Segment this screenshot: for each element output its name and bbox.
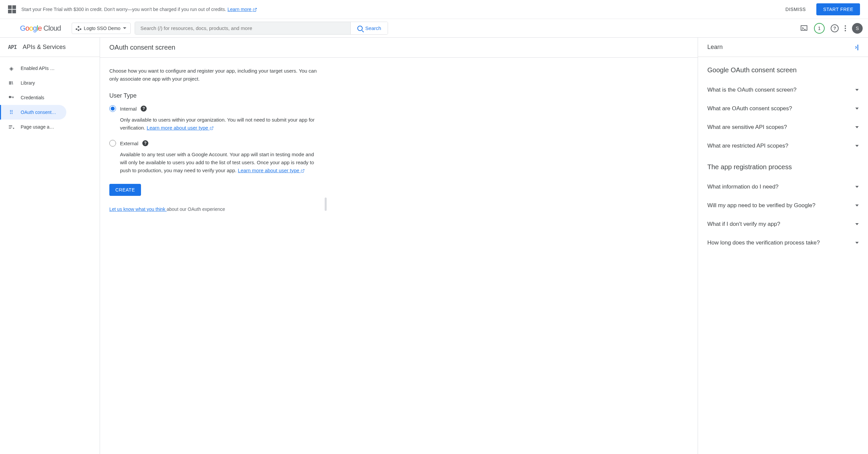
accordion-item[interactable]: What information do I need? [707, 177, 859, 196]
accordion-label: What is the OAuth consent screen? [707, 87, 796, 93]
cloud-shell-icon[interactable] [800, 24, 808, 32]
api-icon: API [8, 44, 17, 50]
accordion-item[interactable]: What if I don't verify my app? [707, 215, 859, 233]
sidebar-item-page-usage[interactable]: Page usage a… [0, 120, 66, 134]
internal-learn-more-link[interactable]: Learn more about user type [147, 125, 213, 131]
learn-section2-title: The app registration process [707, 163, 859, 171]
search-container: Search [135, 22, 388, 35]
sidebar-item-label: Enabled APIs … [21, 66, 55, 71]
accordion-label: Will my app need to be verified by Googl… [707, 202, 815, 209]
internal-label-text: Internal [120, 106, 137, 111]
sidebar-item-label: OAuth consent… [21, 109, 56, 115]
diamond-icon: ◈ [8, 65, 15, 72]
promo-learn-more-link[interactable]: Learn more [228, 7, 257, 12]
user-type-heading: User Type [109, 92, 317, 99]
promo-banner: Start your Free Trial with $300 in credi… [0, 0, 868, 19]
collapse-panel-icon[interactable]: ›| [855, 44, 859, 51]
sidebar-item-label: Library [21, 80, 35, 86]
project-icon [76, 26, 81, 31]
internal-radio[interactable] [109, 105, 116, 112]
chevron-down-icon [855, 186, 859, 188]
main-panel: OAuth consent screen Choose how you want… [100, 38, 698, 454]
chevron-down-icon [123, 27, 126, 29]
sidebar-header: API APIs & Services [0, 38, 100, 57]
accordion-item[interactable]: What are restricted API scopes? [707, 136, 859, 155]
external-radio-label[interactable]: External ? [109, 140, 317, 147]
accordion-label: What are sensitive API scopes? [707, 124, 787, 131]
sidebar-item-library[interactable]: Library [0, 76, 66, 90]
external-label-text: External [120, 140, 138, 146]
accordion-item[interactable]: What is the OAuth consent screen? [707, 80, 859, 99]
notifications-badge[interactable]: 1 [814, 23, 825, 34]
sidebar-item-label: Credentials [21, 95, 44, 100]
project-selector[interactable]: Logto SSO Demo [72, 23, 131, 34]
search-icon [357, 26, 363, 31]
promo-text: Start your Free Trial with $300 in credi… [21, 7, 775, 12]
chevron-down-icon [855, 145, 859, 147]
key-icon [8, 94, 15, 101]
chevron-down-icon [855, 223, 859, 225]
chevron-down-icon [855, 242, 859, 244]
page-title: OAuth consent screen [109, 44, 688, 51]
gift-icon [8, 5, 16, 13]
chevron-down-icon [855, 204, 859, 206]
learn-panel: Learn ›| Google OAuth consent screen Wha… [698, 38, 868, 454]
accordion-label: What information do I need? [707, 184, 779, 190]
accordion-label: What are restricted API scopes? [707, 142, 788, 149]
accordion-item[interactable]: What are sensitive API scopes? [707, 118, 859, 136]
search-input[interactable] [135, 22, 350, 34]
sidebar-item-enabled-apis[interactable]: ◈ Enabled APIs … [0, 61, 66, 76]
dismiss-button[interactable]: DISMISS [780, 4, 811, 15]
library-icon [8, 79, 15, 86]
accordion-label: What are OAuth consent scopes? [707, 105, 792, 112]
intro-text: Choose how you want to configure and reg… [109, 67, 317, 83]
external-radio[interactable] [109, 140, 116, 147]
internal-radio-label[interactable]: Internal ? [109, 105, 317, 112]
sidebar-item-credentials[interactable]: Credentials [0, 90, 66, 105]
scrollbar[interactable] [325, 197, 327, 211]
accordion-item[interactable]: What are OAuth consent scopes? [707, 99, 859, 118]
start-free-button[interactable]: START FREE [816, 3, 860, 15]
account-avatar[interactable]: S [852, 23, 863, 34]
google-cloud-logo[interactable]: Google Cloud [20, 24, 61, 33]
sidebar-item-oauth-consent[interactable]: ⠿ OAuth consent… [0, 105, 66, 120]
learn-section1-title: Google OAuth consent screen [707, 66, 859, 74]
accordion-label: How long does the verification process t… [707, 239, 820, 246]
accordion-item[interactable]: How long does the verification process t… [707, 233, 859, 252]
header: Google Cloud Logto SSO Demo Search 1 ? S [0, 19, 868, 38]
help-icon[interactable]: ? [141, 106, 147, 111]
help-icon[interactable]: ? [142, 140, 148, 146]
project-name: Logto SSO Demo [84, 26, 121, 31]
search-button[interactable]: Search [350, 22, 388, 34]
learn-title: Learn [707, 44, 723, 51]
external-description: Available to any test user with a Google… [120, 151, 317, 174]
chevron-down-icon [855, 126, 859, 128]
sidebar: API APIs & Services ◈ Enabled APIs … Lib… [0, 38, 100, 454]
feedback-link[interactable]: Let us know what you think [109, 206, 167, 212]
create-button[interactable]: CREATE [109, 184, 141, 196]
page-icon [8, 124, 15, 130]
more-menu-icon[interactable] [845, 25, 846, 31]
feedback-text: Let us know what you think about our OAu… [109, 206, 317, 212]
help-icon[interactable]: ? [831, 24, 839, 32]
chevron-down-icon [855, 89, 859, 91]
sidebar-item-label: Page usage a… [21, 124, 54, 130]
hamburger-menu-icon[interactable] [5, 24, 13, 32]
sidebar-title: APIs & Services [23, 44, 66, 51]
accordion-label: What if I don't verify my app? [707, 221, 780, 227]
accordion-item[interactable]: Will my app need to be verified by Googl… [707, 196, 859, 215]
internal-description: Only available to users within your orga… [120, 116, 317, 132]
consent-icon: ⠿ [8, 109, 15, 116]
external-learn-more-link[interactable]: Learn more about user type [238, 167, 305, 173]
chevron-down-icon [855, 107, 859, 109]
